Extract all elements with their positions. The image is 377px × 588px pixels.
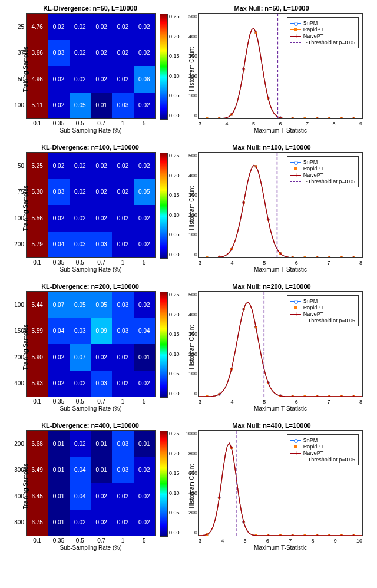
- x-axis-label: Sub-Sampling Rate (%): [26, 127, 156, 134]
- y-tick: 300: [9, 457, 25, 484]
- heatmap-cell: 0.02: [48, 205, 69, 232]
- x-tick: 6: [295, 399, 298, 405]
- heatmap-cell: 0.03: [112, 292, 133, 318]
- legend-label: T-Threshold at p=0.05: [303, 39, 355, 45]
- y-tick: 800: [9, 510, 25, 536]
- legend: SnPMRapidPT+NaivePTT-Threshold at p=0.05: [287, 17, 359, 48]
- x-tick: 5: [252, 121, 255, 127]
- heatmap-cell: 0.03: [112, 431, 133, 457]
- x-tick: 1: [112, 398, 133, 405]
- svg-text:+: +: [242, 200, 245, 206]
- heatmap-cell: 0.02: [70, 153, 91, 179]
- x-tick: 3: [199, 260, 201, 266]
- svg-text:+: +: [291, 115, 294, 118]
- heatmap-cell: 0.01: [48, 483, 69, 510]
- y-tick: 400: [182, 312, 197, 318]
- chart-row: KL-Divergence: n=50, L=10000Training Sam…: [5, 5, 372, 139]
- line-plot-area: Histogram Count10008006004002000++++++++…: [198, 430, 363, 536]
- svg-text:+: +: [218, 254, 221, 257]
- svg-text:+: +: [254, 533, 257, 536]
- heatmap-cell: 0.03: [48, 40, 69, 67]
- legend-label: SnPM: [303, 298, 318, 304]
- y-tick: 400: [182, 34, 197, 39]
- heatmap-panel: KL-Divergence: n=50, L=10000Training Sam…: [5, 5, 176, 139]
- x-tick: 8: [311, 538, 314, 544]
- heatmap-cell: 0.01: [48, 510, 69, 536]
- svg-text:+: +: [267, 217, 270, 223]
- line-panel: Max Null: n=200, L=10000Histogram Count5…: [180, 283, 363, 417]
- svg-text:+: +: [291, 533, 294, 536]
- svg-text:+: +: [303, 394, 306, 397]
- heatmap-cell: 0.02: [134, 232, 155, 258]
- heatmap-cell: 0.02: [134, 371, 155, 397]
- x-tick: 5: [263, 399, 266, 405]
- y-tick: 400: [9, 483, 25, 510]
- x-axis-label: Sub-Sampling Rate (%): [26, 405, 156, 412]
- heatmap-cell: 0.04: [48, 318, 69, 345]
- x-tick: 6: [266, 538, 269, 544]
- heatmap-cell: 6.45: [27, 483, 48, 510]
- svg-text:+: +: [352, 255, 355, 257]
- heatmap-cell: 6.49: [27, 457, 48, 484]
- chart-row: KL-Divergence: n=400, L=10000Training Sa…: [5, 422, 372, 556]
- svg-text:+: +: [316, 115, 319, 118]
- heatmap-cell: 0.03: [112, 93, 133, 119]
- heatmap-cell: 0.02: [70, 431, 91, 457]
- heatmap-cell: 5.93: [27, 371, 48, 397]
- heatmap-cell: 0.02: [91, 40, 112, 67]
- y-tick: 200: [182, 351, 197, 357]
- x-tick: 8: [359, 399, 362, 405]
- chart-grid: KL-Divergence: n=50, L=10000Training Sam…: [5, 5, 372, 556]
- heatmap-cell: 0.02: [91, 483, 112, 510]
- chart-title: KL-Divergence: n=100, L=10000: [5, 144, 176, 151]
- x-tick: 7: [289, 538, 292, 544]
- y-tick: 200: [182, 212, 197, 218]
- x-tick: 0.5: [70, 259, 91, 266]
- x-tick: 4: [231, 399, 234, 405]
- heatmap-cell: 0.02: [134, 93, 155, 119]
- x-tick: 9: [334, 538, 337, 544]
- chart-title: Max Null: n=200, L=10000: [180, 283, 363, 290]
- heatmap-panel: KL-Divergence: n=200, L=10000Training Sa…: [5, 283, 176, 417]
- x-tick: 0.7: [91, 259, 112, 266]
- heatmap-cell: 0.03: [112, 457, 133, 484]
- y-tick: 100: [9, 205, 25, 232]
- heatmap-cell: 0.04: [70, 457, 91, 484]
- legend-label: SnPM: [303, 159, 318, 165]
- heatmap-cell: 0.02: [112, 205, 133, 232]
- x-tick: 0.7: [91, 398, 112, 405]
- heatmap-cell: 0.02: [134, 483, 155, 510]
- svg-text:+: +: [328, 115, 330, 118]
- heatmap-cell: 0.05: [70, 93, 91, 119]
- x-tick: 10: [356, 538, 362, 544]
- heatmap-panel: KL-Divergence: n=100, L=10000Training Sa…: [5, 144, 176, 278]
- legend-label: T-Threshold at p=0.05: [303, 457, 355, 463]
- heatmap-cell: 0.02: [91, 344, 112, 371]
- heatmap-cell: 0.02: [134, 40, 155, 67]
- x-tick: 0.1: [27, 537, 48, 544]
- heatmap-cell: 0.02: [70, 66, 91, 93]
- svg-text:+: +: [279, 533, 282, 536]
- chart-title: KL-Divergence: n=400, L=10000: [5, 422, 176, 429]
- x-tick: 0.5: [70, 537, 91, 544]
- heatmap-cell: 0.02: [70, 179, 91, 206]
- x-tick: 0.5: [70, 398, 91, 405]
- x-tick: 0.7: [91, 537, 112, 544]
- x-tick: 0.5: [70, 120, 91, 127]
- y-tick: 75: [9, 179, 25, 206]
- svg-text:+: +: [218, 495, 221, 501]
- heatmap-cell: 0.09: [91, 318, 112, 345]
- x-tick: 5: [263, 260, 266, 266]
- legend-label: RapidPT: [303, 305, 324, 310]
- legend-label: NaivePT: [303, 450, 324, 456]
- heatmap-cell: 0.02: [48, 371, 69, 397]
- heatmap-cell: 5.25: [27, 153, 48, 179]
- y-tick: 200: [9, 232, 25, 258]
- svg-text:+: +: [316, 533, 319, 536]
- x-tick: 4: [221, 538, 224, 544]
- heatmap-cell: 0.02: [91, 66, 112, 93]
- heatmap-cell: 5.79: [27, 232, 48, 258]
- x-tick: 5: [134, 537, 155, 544]
- colorbar: [160, 153, 168, 259]
- y-tick: 25: [9, 14, 25, 40]
